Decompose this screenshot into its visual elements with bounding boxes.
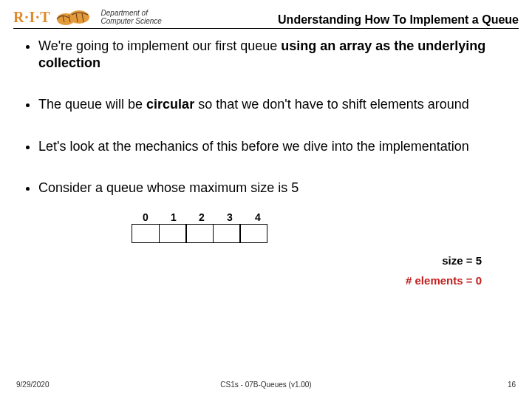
footer-course: CS1s - 07B-Queues (v1.00) [220,381,311,389]
rit-logo-text: R·I·T [13,9,51,26]
slide-header: R·I·T Department of Computer Science Und… [0,0,532,27]
logo-area: R·I·T Department of Computer Science [13,7,162,27]
bullet-2-bold: circular [146,97,194,112]
queue-index-row: 0 1 2 3 4 [132,211,511,225]
rit-logo: R·I·T [13,7,94,27]
footer-page: 16 [508,381,516,389]
queue-cell [159,224,187,243]
queue-index: 4 [244,211,272,225]
bullet-1-pre: We're going to implement our first queue [38,38,281,53]
queue-cell [185,224,214,243]
queue-elements-value: 0 [476,274,482,287]
queue-meta: size = 5 # elements = 0 [21,250,511,290]
queue-cell [213,224,241,243]
queue-elements: # elements = 0 [21,270,482,290]
dept-line2: Computer Science [101,17,162,25]
tiger-icon [54,7,94,27]
queue-diagram: 0 1 2 3 4 [132,211,511,244]
queue-index: 2 [188,211,216,225]
queue-size-value: 5 [476,254,482,267]
queue-size-label: size = [442,254,475,267]
dept-label: Department of Computer Science [101,9,162,25]
footer-date: 9/29/2020 [16,381,50,389]
dept-line1: Department of [101,9,162,17]
bullet-2-post: so that we don't have to shift elements … [194,97,469,112]
queue-index: 0 [132,211,160,225]
queue-elements-label: # elements = [406,274,476,287]
slide-title: Understanding How To Implement a Queue [162,13,519,27]
bullet-2: The queue will be circular so that we do… [38,96,511,113]
queue-cell [239,224,267,243]
queue-index: 3 [216,211,244,225]
bullet-1: We're going to implement our first queue… [38,38,511,71]
queue-cell [132,224,160,243]
queue-cells [132,224,511,243]
slide-footer: 9/29/2020 CS1s - 07B-Queues (v1.00) 16 [0,381,532,389]
bullet-3: Let's look at the mechanics of this befo… [38,138,511,155]
queue-size: size = 5 [21,250,482,270]
slide-content: We're going to implement our first queue… [0,29,532,290]
bullet-4: Consider a queue whose maximum size is 5 [38,180,511,197]
bullet-2-pre: The queue will be [38,97,146,112]
title-block: Understanding How To Implement a Queue [162,13,519,27]
queue-index: 1 [160,211,188,225]
